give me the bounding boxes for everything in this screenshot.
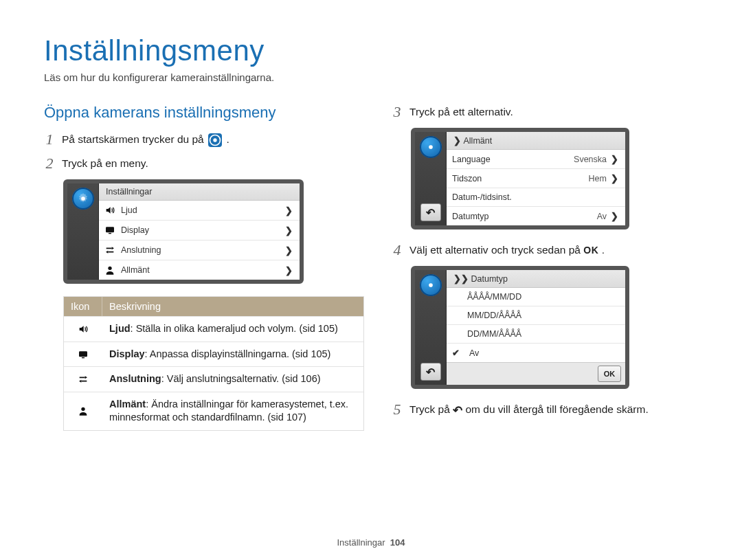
option-label: MM/DD/ÅÅÅÅ bbox=[467, 311, 521, 320]
option-label: Av bbox=[469, 348, 479, 358]
step4-text-post: . bbox=[602, 244, 605, 256]
svg-rect-6 bbox=[79, 351, 87, 357]
menu-row[interactable]: Allmänt❯ bbox=[99, 260, 300, 280]
sound-icon bbox=[104, 205, 115, 216]
settings-row[interactable]: Datum-/tidsinst. bbox=[447, 188, 625, 207]
table-row: Allmänt: Ändra inställningar för kameras… bbox=[64, 392, 363, 430]
menu-row-label: Ljud bbox=[121, 205, 137, 215]
desc-text: : Ställa in olika kameraljud och volym. … bbox=[131, 323, 338, 334]
menu-row-label: Anslutning bbox=[121, 245, 161, 255]
settings-row-label: Tidszon bbox=[452, 174, 482, 183]
step-5: 5 Tryck på ↶ om du vill återgå till före… bbox=[392, 401, 701, 419]
step-number: 4 bbox=[392, 242, 403, 258]
step-1: 1 På startskärmen trycker du på . bbox=[44, 131, 364, 147]
right-column: 3 Tryck på ett alternativ. ↶ ❯ Allmänt bbox=[392, 104, 701, 431]
camera-screen-menu: Inställningar Ljud❯Display❯Anslutning❯Al… bbox=[63, 179, 304, 284]
settings-row-label: Datum-/tidsinst. bbox=[452, 192, 512, 202]
page-footer: Inställningar 104 bbox=[0, 537, 742, 548]
screen1-header: Inställningar bbox=[99, 183, 300, 201]
svg-point-5 bbox=[108, 267, 111, 270]
left-column: Öppna kamerans inställningsmeny 1 På sta… bbox=[44, 104, 364, 431]
menu-row[interactable]: Display❯ bbox=[99, 221, 300, 240]
desc-bold: Anslutning bbox=[109, 373, 161, 384]
settings-row-label: Datumtyp bbox=[452, 212, 489, 221]
check-icon: ✔ bbox=[452, 348, 460, 358]
step5-text-pre: Tryck på bbox=[409, 403, 453, 415]
desc-text: : Välj anslutningsalternativ. (sid 106) bbox=[161, 373, 321, 384]
chevron-right-icon: ❯ bbox=[285, 245, 293, 256]
settings-row[interactable]: LanguageSvenska❯ bbox=[447, 150, 625, 169]
gear-icon bbox=[420, 274, 442, 296]
camera-screen-datetype: ↶ ❯❯ Datumtyp ÅÅÅÅ/MM/DDMM/DD/ÅÅÅÅDD/MM/… bbox=[411, 266, 629, 389]
step-number: 5 bbox=[392, 401, 403, 417]
camera-screen-general: ↶ ❯ Allmänt LanguageSvenska❯TidszonHem❯D… bbox=[411, 128, 629, 229]
settings-row-value: Hem bbox=[589, 174, 607, 183]
step-4: 4 Välj ett alternativ och tryck sedan på… bbox=[392, 242, 701, 258]
step3-text: Tryck på ett alternativ. bbox=[409, 104, 513, 120]
chevron-right-icon: ❯ bbox=[611, 211, 618, 221]
option-row[interactable]: ✔Av bbox=[447, 344, 625, 362]
screen3-breadcrumb: ❯❯ Datumtyp bbox=[447, 270, 625, 288]
step2-text: Tryck på en meny. bbox=[62, 155, 148, 171]
desc-text: : Ändra inställningar för kamerasystemet… bbox=[109, 399, 348, 423]
sound-icon bbox=[78, 324, 89, 335]
svg-point-8 bbox=[81, 407, 85, 411]
chevron-right-icon: ❯ bbox=[611, 173, 618, 183]
chevron-right-icon: ❯ bbox=[285, 225, 293, 236]
option-row[interactable]: DD/MM/ÅÅÅÅ bbox=[447, 325, 625, 344]
option-row[interactable]: ÅÅÅÅ/MM/DD bbox=[447, 288, 625, 306]
back-button[interactable]: ↶ bbox=[420, 363, 441, 381]
menu-row-label: Allmänt bbox=[121, 265, 150, 275]
step-number: 1 bbox=[44, 131, 55, 147]
settings-row[interactable]: TidszonHem❯ bbox=[447, 169, 625, 188]
person-icon bbox=[104, 265, 115, 276]
step-3: 3 Tryck på ett alternativ. bbox=[392, 104, 701, 120]
ok-icon: OK bbox=[583, 244, 598, 257]
gear-icon bbox=[72, 188, 94, 210]
settings-row-value: Av bbox=[597, 212, 607, 221]
table-row: Display: Anpassa displayinställningarna.… bbox=[64, 341, 363, 367]
th-desc: Beskrivning bbox=[102, 297, 363, 316]
person-icon bbox=[78, 405, 89, 416]
back-button[interactable]: ↶ bbox=[420, 203, 441, 221]
step5-text-post: om du vill återgå till föregående skärm. bbox=[465, 403, 648, 415]
menu-row-label: Display bbox=[121, 225, 149, 235]
page-intro: Läs om hur du konfigurerar kamerainställ… bbox=[44, 71, 701, 83]
desc-bold: Display bbox=[109, 348, 145, 359]
svg-rect-7 bbox=[82, 357, 85, 358]
desc-text: : Anpassa displayinställningarna. (sid 1… bbox=[145, 348, 331, 359]
svg-point-1 bbox=[213, 138, 216, 142]
option-row[interactable]: MM/DD/ÅÅÅÅ bbox=[447, 306, 625, 325]
settings-app-icon bbox=[208, 133, 222, 147]
step-number: 3 bbox=[392, 104, 403, 120]
menu-row[interactable]: Anslutning❯ bbox=[99, 240, 300, 260]
back-icon: ↶ bbox=[453, 403, 462, 419]
step1-text-pre: På startskärmen trycker du på bbox=[62, 133, 207, 145]
table-row: Ljud: Ställa in olika kameraljud och vol… bbox=[64, 316, 363, 341]
connect-icon bbox=[104, 245, 115, 256]
svg-point-9 bbox=[429, 145, 433, 149]
table-row: Anslutning: Välj anslutningsalternativ. … bbox=[64, 366, 363, 392]
settings-row-label: Language bbox=[452, 155, 491, 164]
step1-text-post: . bbox=[226, 133, 229, 145]
chevron-right-icon: ❯ bbox=[611, 154, 618, 164]
connect-icon bbox=[78, 374, 89, 385]
chevron-right-icon: ❯ bbox=[285, 265, 293, 276]
step4-text-pre: Välj ett alternativ och tryck sedan på bbox=[409, 244, 583, 256]
step-number: 2 bbox=[44, 155, 55, 171]
gear-icon bbox=[420, 136, 442, 158]
desc-bold: Allmänt bbox=[109, 399, 146, 410]
svg-rect-3 bbox=[106, 227, 114, 233]
settings-row[interactable]: DatumtypAv❯ bbox=[447, 207, 625, 225]
section-subtitle: Öppna kamerans inställningsmeny bbox=[44, 104, 364, 122]
icon-description-table: Ikon Beskrivning Ljud: Ställa in olika k… bbox=[63, 296, 364, 431]
step-2: 2 Tryck på en meny. bbox=[44, 155, 364, 171]
display-icon bbox=[104, 225, 115, 236]
th-icon: Ikon bbox=[64, 297, 102, 316]
screen2-breadcrumb: ❯ Allmänt bbox=[447, 132, 625, 150]
desc-bold: Ljud bbox=[109, 323, 131, 334]
display-icon bbox=[78, 349, 89, 360]
menu-row[interactable]: Ljud❯ bbox=[99, 201, 300, 221]
ok-button[interactable]: OK bbox=[598, 366, 621, 382]
chevron-right-icon: ❯ bbox=[285, 205, 293, 216]
